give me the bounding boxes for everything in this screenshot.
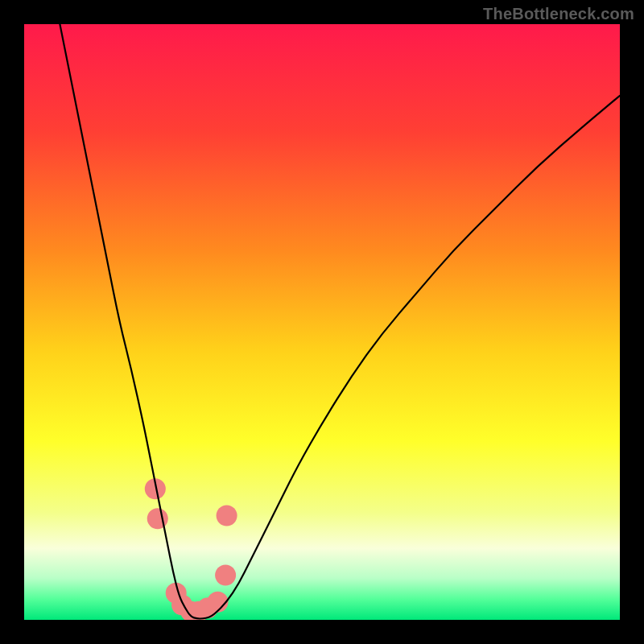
plot-area [24,24,620,620]
marker-dot [147,508,168,529]
watermark-text: TheBottleneck.com [483,5,634,23]
marker-dot [217,506,237,526]
marker-dot [215,565,236,586]
chart-frame: TheBottleneck.com [0,0,644,644]
gradient-background [24,24,620,620]
chart-svg [24,24,620,620]
